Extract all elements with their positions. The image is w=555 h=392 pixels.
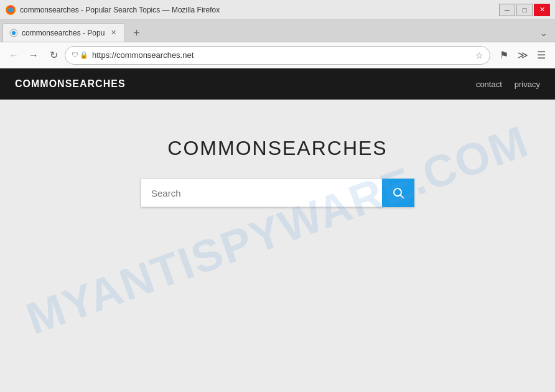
contact-link[interactable]: contact (476, 80, 502, 89)
minimize-button[interactable]: ─ (499, 4, 515, 16)
security-icons: 🛡 🔒 (72, 51, 88, 59)
address-input[interactable] (92, 50, 472, 60)
firefox-icon (5, 4, 16, 16)
menu-button[interactable]: ☰ (533, 47, 550, 64)
title-bar-left: commonsearches - Popular Search Topics —… (5, 4, 220, 16)
tab-favicon-icon (9, 29, 18, 37)
search-button[interactable] (382, 179, 414, 207)
close-button[interactable]: ✕ (534, 4, 550, 16)
tab-close-button[interactable]: ✕ (108, 28, 118, 38)
website-content: MYANTISPYWARE.COM COMMONSEARCHES contact… (0, 68, 555, 392)
nav-bar: ← → ↻ 🛡 🔒 ☆ ⚑ ≫ ☰ (0, 42, 555, 68)
maximize-button[interactable]: □ (516, 4, 533, 16)
site-title: COMMONSEARCHES (167, 137, 387, 160)
bookmark-icon[interactable]: ☆ (475, 50, 483, 60)
forward-button[interactable]: → (25, 47, 42, 64)
browser-title: commonsearches - Popular Search Topics —… (20, 6, 220, 14)
search-icon (392, 187, 404, 199)
more-tools-button[interactable]: ≫ (514, 47, 531, 64)
svg-point-3 (12, 31, 16, 35)
site-brand: COMMONSEARCHES (15, 78, 126, 90)
nav-right-controls: ⚑ ≫ ☰ (495, 47, 550, 64)
svg-line-5 (401, 195, 404, 198)
tab-list-button[interactable]: ⌄ (535, 24, 553, 42)
site-navbar: COMMONSEARCHES contact privacy (0, 68, 555, 100)
address-bar[interactable]: 🛡 🔒 ☆ (65, 46, 490, 65)
tab-label: commonsearches - Popu (22, 29, 105, 37)
search-input[interactable] (141, 179, 382, 207)
site-nav-links: contact privacy (476, 80, 540, 89)
back-button[interactable]: ← (5, 47, 22, 64)
active-tab[interactable]: commonsearches - Popu ✕ (2, 23, 125, 42)
shield-icon: 🛡 (72, 51, 78, 59)
site-main: COMMONSEARCHES (0, 100, 555, 392)
new-tab-button[interactable]: + (128, 24, 145, 42)
reload-button[interactable]: ↻ (45, 47, 62, 64)
browser-window: commonsearches - Popular Search Topics —… (0, 0, 555, 392)
title-bar: commonsearches - Popular Search Topics —… (0, 0, 555, 20)
pocket-button[interactable]: ⚑ (495, 47, 513, 64)
svg-point-1 (8, 7, 13, 12)
search-container (141, 179, 414, 207)
privacy-link[interactable]: privacy (515, 80, 540, 89)
tab-bar: commonsearches - Popu ✕ + ⌄ (0, 20, 555, 42)
lock-icon: 🔒 (80, 51, 88, 59)
title-bar-controls: ─ □ ✕ (499, 4, 550, 16)
